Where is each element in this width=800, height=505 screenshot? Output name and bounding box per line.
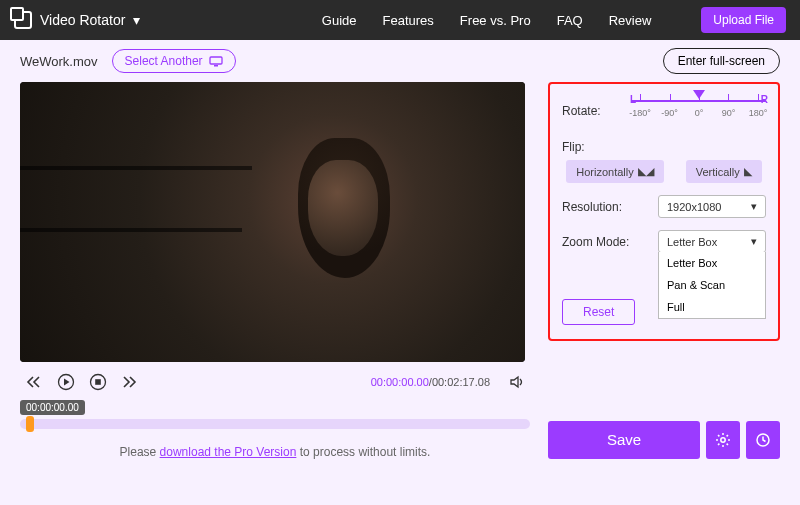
pro-message: Please download the Pro Version to proce… <box>20 445 530 459</box>
clock-icon <box>755 432 771 448</box>
brand-icon <box>14 11 32 29</box>
select-another-label: Select Another <box>125 54 203 68</box>
select-another-button[interactable]: Select Another <box>112 49 236 73</box>
step-back-icon[interactable] <box>24 372 44 392</box>
zoom-dropdown: Letter Box Pan & Scan Full <box>658 252 766 319</box>
save-button[interactable]: Save <box>548 421 700 459</box>
svg-point-5 <box>721 438 725 442</box>
seek-bar[interactable] <box>20 419 530 429</box>
reset-button[interactable]: Reset <box>562 299 635 325</box>
time-display: 00:00:00.00/00:02:17.08 <box>371 376 490 388</box>
flip-vertical-button[interactable]: Vertically◣ <box>686 160 762 183</box>
seek-tooltip: 00:00:00.00 <box>20 400 85 415</box>
zoom-select[interactable]: Letter Box▾ <box>658 230 766 253</box>
play-icon[interactable] <box>56 372 76 392</box>
step-forward-icon[interactable] <box>120 372 140 392</box>
nav-guide[interactable]: Guide <box>322 13 357 28</box>
flip-label: Flip: <box>562 140 585 154</box>
subbar: WeWork.mov Select Another Enter full-scr… <box>0 40 800 82</box>
brand-title: Video Rotator <box>40 12 125 28</box>
monitor-icon <box>209 56 223 67</box>
flip-vertical-icon: ◣ <box>744 165 752 178</box>
settings-button[interactable] <box>706 421 740 459</box>
svg-rect-0 <box>210 57 222 64</box>
brand[interactable]: Video Rotator ▾ <box>14 11 140 29</box>
rotate-panel: Rotate: L R -180° -90° 0° 90° 180° Flip:… <box>548 82 780 341</box>
nav-review[interactable]: Review <box>609 13 652 28</box>
rotate-slider[interactable]: L R -180° -90° 0° 90° 180° <box>632 94 766 128</box>
fullscreen-button[interactable]: Enter full-screen <box>663 48 780 74</box>
zoom-option-letterbox[interactable]: Letter Box <box>659 252 765 274</box>
video-preview[interactable] <box>20 82 525 362</box>
nav-features[interactable]: Features <box>383 13 434 28</box>
volume-icon[interactable] <box>510 375 526 389</box>
player-column: 00:00:00.00/00:02:17.08 00:00:00.00 Plea… <box>20 82 530 459</box>
resolution-select[interactable]: 1920x1080▾ <box>658 195 766 218</box>
flip-horizontal-icon: ◣◢ <box>638 165 654 178</box>
upload-button[interactable]: Upload File <box>701 7 786 33</box>
chevron-down-icon: ▾ <box>751 200 757 213</box>
history-button[interactable] <box>746 421 780 459</box>
gear-icon <box>715 432 731 448</box>
zoom-label: Zoom Mode: <box>562 235 652 249</box>
nav: Guide Features Free vs. Pro FAQ Review U… <box>322 7 786 33</box>
nav-faq[interactable]: FAQ <box>557 13 583 28</box>
stop-icon[interactable] <box>88 372 108 392</box>
chevron-down-icon: ▾ <box>133 12 140 28</box>
topbar: Video Rotator ▾ Guide Features Free vs. … <box>0 0 800 40</box>
time-total: /00:02:17.08 <box>429 376 490 388</box>
player-controls: 00:00:00.00/00:02:17.08 <box>20 362 530 398</box>
flip-horizontal-button[interactable]: Horizontally◣◢ <box>566 160 663 183</box>
zoom-option-panscan[interactable]: Pan & Scan <box>659 274 765 296</box>
filename: WeWork.mov <box>20 54 98 69</box>
slider-thumb[interactable] <box>693 90 705 99</box>
svg-rect-1 <box>214 65 218 67</box>
time-current: 00:00:00.00 <box>371 376 429 388</box>
pro-link[interactable]: download the Pro Version <box>160 445 297 459</box>
zoom-option-full[interactable]: Full <box>659 296 765 318</box>
chevron-down-icon: ▾ <box>751 235 757 248</box>
settings-column: Rotate: L R -180° -90° 0° 90° 180° Flip:… <box>548 82 780 459</box>
nav-free-vs-pro[interactable]: Free vs. Pro <box>460 13 531 28</box>
rotate-label: Rotate: <box>562 104 632 118</box>
resolution-label: Resolution: <box>562 200 652 214</box>
svg-rect-4 <box>95 379 101 385</box>
bottom-actions: Save <box>548 407 780 459</box>
seek-thumb[interactable] <box>26 416 34 432</box>
